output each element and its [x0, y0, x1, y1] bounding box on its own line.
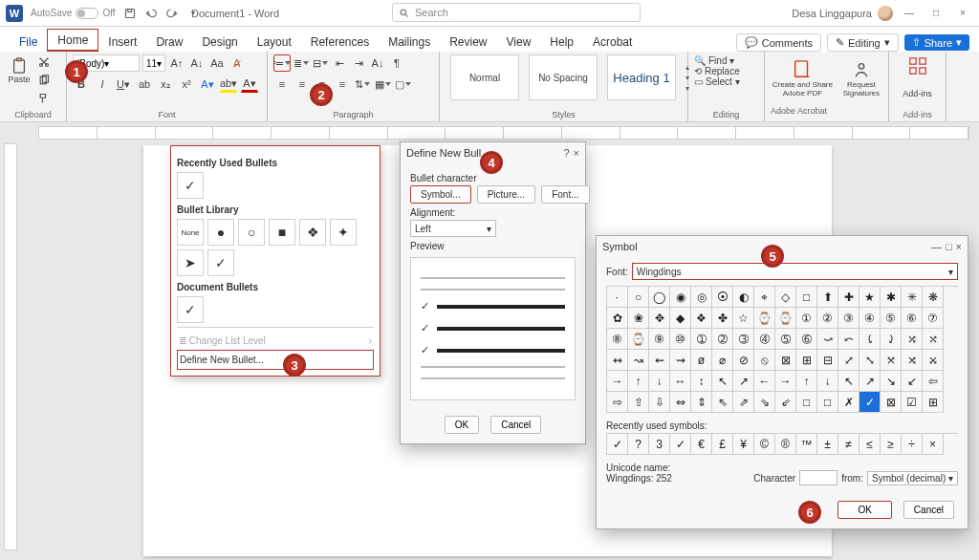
alignment-select[interactable]: Left▾	[410, 220, 496, 237]
cancel-button[interactable]: Cancel	[490, 416, 541, 434]
symbol-cell[interactable]: ✿	[607, 308, 628, 329]
justify-icon[interactable]: ≡	[334, 75, 351, 93]
tab-acrobat[interactable]: Acrobat	[583, 32, 642, 52]
symbol-cell[interactable]: ⤢	[838, 350, 859, 371]
symbol-cell[interactable]: ⇘	[754, 392, 775, 413]
recent-symbol-cell[interactable]: ÷	[902, 434, 923, 455]
bullet-recent-check[interactable]: ✓	[177, 172, 204, 199]
indent-inc-icon[interactable]: ⇥	[350, 54, 367, 72]
symbol-cell[interactable]: ⇜	[649, 350, 670, 371]
clear-format-icon[interactable]: A̷	[228, 54, 246, 72]
ok-button[interactable]: OK	[445, 416, 479, 434]
dialog-help-icon[interactable]: ?	[563, 147, 569, 159]
symbol-cell[interactable]: ✱	[881, 287, 902, 308]
symbol-cell[interactable]: ◎	[691, 287, 712, 308]
recent-symbol-cell[interactable]: ©	[754, 434, 775, 455]
symbol-cell[interactable]: ⤻	[817, 329, 838, 350]
minimize-icon[interactable]: —	[899, 8, 920, 18]
bullets-button[interactable]: ≔	[273, 54, 291, 72]
symbol-cell[interactable]: □	[796, 392, 817, 413]
tab-insert[interactable]: Insert	[98, 32, 146, 52]
symbol-cell[interactable]: ⤸	[881, 329, 902, 350]
avatar[interactable]	[878, 6, 893, 21]
symbol-cell[interactable]: ↗	[733, 371, 754, 392]
symbol-cell[interactable]: ⌚	[775, 308, 796, 329]
symbol-cell[interactable]: ⊞	[796, 350, 817, 371]
bullet-lib-6[interactable]: ➤	[177, 249, 204, 276]
symbol-cell[interactable]: ⊠	[775, 350, 796, 371]
symbol-cell[interactable]: ★	[859, 287, 881, 308]
symbol-cell[interactable]: ⦸	[754, 350, 775, 371]
sort-icon[interactable]: A↓	[369, 54, 386, 72]
symbol-cell[interactable]: ⑩	[670, 329, 691, 350]
symbol-cell[interactable]: ↑	[628, 371, 649, 392]
ruler-vertical[interactable]	[4, 143, 17, 550]
tab-home[interactable]: Home	[47, 29, 98, 52]
recent-symbol-cell[interactable]: ¥	[733, 434, 754, 455]
symbol-cell[interactable]: ↓	[817, 371, 838, 392]
symbol-cell[interactable]: ❋	[923, 287, 944, 308]
symbol-cell[interactable]: ⑨	[649, 329, 670, 350]
symbol-cell[interactable]: ⇝	[670, 350, 691, 371]
undo-icon[interactable]	[142, 5, 160, 22]
bullet-lib-7[interactable]: ✓	[207, 249, 234, 276]
replace-button[interactable]: ⟲ Replace	[694, 66, 758, 76]
recent-symbol-cell[interactable]: €	[691, 434, 712, 455]
symbol-cell[interactable]: ⑧	[607, 329, 628, 350]
indent-dec-icon[interactable]: ⇤	[331, 54, 348, 72]
picture-button[interactable]: Picture...	[477, 185, 535, 204]
symbol-cell[interactable]: ⤺	[838, 329, 859, 350]
symbol-cell[interactable]: ↝	[628, 350, 649, 371]
symbol-cell[interactable]: ⌚	[628, 329, 649, 350]
symbol-cell[interactable]: ◆	[670, 308, 691, 329]
symbol-cell[interactable]: ⇙	[775, 392, 796, 413]
change-case-icon[interactable]: Aa	[208, 54, 226, 72]
symbol-cell[interactable]: ◇	[775, 287, 796, 308]
symbol-cell[interactable]: ⤩	[923, 350, 944, 371]
recent-symbol-cell[interactable]: ?	[628, 434, 649, 455]
find-button[interactable]: 🔍 Find ▾	[694, 55, 758, 66]
symbol-cell[interactable]: ⑤	[881, 308, 902, 329]
bullet-lib-5[interactable]: ✦	[330, 219, 357, 246]
editing-mode-button[interactable]: ✎ Editing ▾	[827, 33, 899, 52]
numbering-button[interactable]: ≣	[293, 54, 310, 72]
copy-icon[interactable]	[36, 73, 52, 88]
symbol-cell[interactable]: ◉	[670, 287, 691, 308]
superscript-icon[interactable]: x²	[178, 75, 195, 93]
recent-symbol-cell[interactable]: ®	[775, 434, 796, 455]
recent-symbol-cell[interactable]: £	[712, 434, 733, 455]
recent-symbol-cell[interactable]: ≥	[881, 434, 902, 455]
select-button[interactable]: ▭ Select ▾	[694, 76, 758, 87]
symbol-cell[interactable]: →	[775, 371, 796, 392]
symbol-cell[interactable]: ➀	[691, 329, 712, 350]
symbol-cell[interactable]: ④	[859, 308, 881, 329]
symbol-cell[interactable]: ☑	[902, 392, 923, 413]
symbol-cell[interactable]: ☆	[733, 308, 754, 329]
symbol-cell[interactable]: →	[607, 371, 628, 392]
autosave-toggle[interactable]: AutoSave Off	[31, 8, 116, 19]
recent-symbol-cell[interactable]: ±	[817, 434, 838, 455]
symbol-cell[interactable]: ⤡	[859, 350, 881, 371]
recent-symbol-cell[interactable]: ≤	[859, 434, 881, 455]
autosave-pill[interactable]	[76, 8, 98, 19]
style-normal[interactable]: Normal	[450, 54, 519, 100]
tab-file[interactable]: File	[10, 32, 47, 52]
bullet-lib-4[interactable]: ❖	[299, 219, 326, 246]
shading-icon[interactable]: ▦	[374, 75, 391, 93]
symbol-cell[interactable]: ➅	[796, 329, 817, 350]
recent-symbol-cell[interactable]: ≠	[838, 434, 859, 455]
symbol-cell[interactable]: ✥	[649, 308, 670, 329]
align-center-icon[interactable]: ≡	[294, 75, 311, 93]
symbol-cell[interactable]: ⑦	[923, 308, 944, 329]
from-select[interactable]: Symbol (decimal) ▾	[867, 471, 958, 485]
font-size-select[interactable]: 11▾	[142, 54, 165, 72]
symbol-cell[interactable]: ⇔	[670, 392, 691, 413]
symbol-cell[interactable]: ↘	[881, 371, 902, 392]
symbol-cell[interactable]: ✤	[712, 308, 733, 329]
borders-icon[interactable]: ▢	[394, 75, 411, 93]
symbol-cell[interactable]: ②	[817, 308, 838, 329]
strike-icon[interactable]: ab	[136, 75, 153, 93]
symbol-cell[interactable]: ⌚	[754, 308, 775, 329]
symbol-font-select[interactable]: Wingdings▾	[632, 263, 958, 280]
symbol-cell[interactable]: ⊠	[881, 392, 902, 413]
